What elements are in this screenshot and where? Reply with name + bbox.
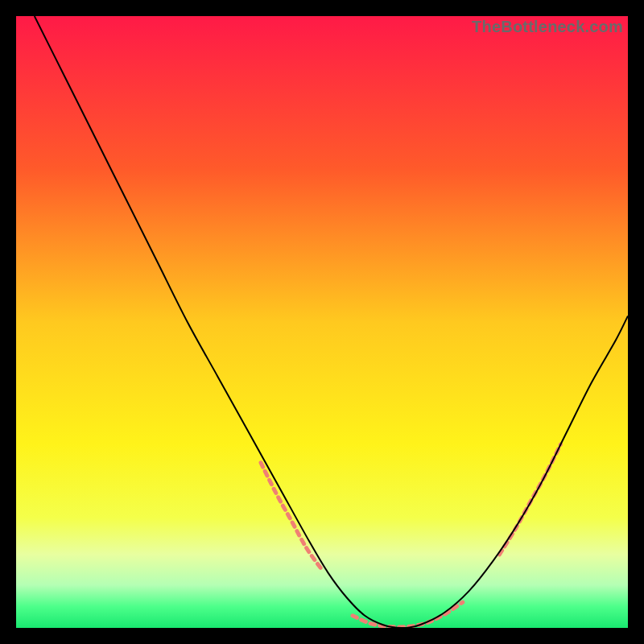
gradient-background [16, 16, 628, 628]
chart-svg [16, 16, 628, 628]
watermark-text: TheBottleneck.com [472, 18, 623, 36]
chart-frame: TheBottleneck.com [16, 16, 628, 628]
